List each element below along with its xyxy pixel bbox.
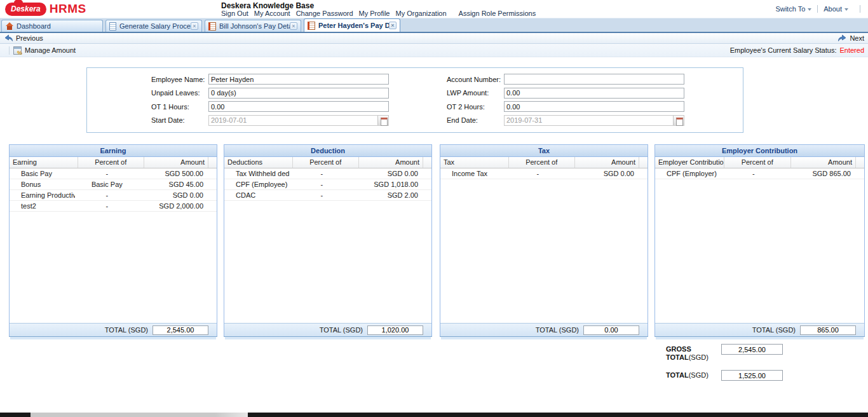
net-total-row: TOTAL(SGD) <box>666 370 806 381</box>
table-row[interactable]: CPF (Employee)-SGD 1,018.00 <box>224 179 431 190</box>
field-input-lwp-amount[interactable] <box>504 88 684 99</box>
field-label: LWP Amount: <box>447 89 504 97</box>
column-header-employer-contribution[interactable]: Employer Contribution <box>655 157 724 168</box>
menu-sign-out[interactable]: Sign Out <box>221 10 248 17</box>
home-icon <box>5 22 13 31</box>
field-label: End Date: <box>447 116 504 124</box>
column-header-amount[interactable]: Amount <box>359 157 423 168</box>
tab-generate-salary-process[interactable]: Generate Salary Process× <box>105 20 202 32</box>
about-dropdown[interactable]: About <box>817 5 854 13</box>
field-input-end-date[interactable] <box>504 115 684 126</box>
switch-to-dropdown[interactable]: Switch To <box>770 5 817 13</box>
grid-body: CPF (Employer)-SGD 865.00 <box>655 168 864 323</box>
close-icon[interactable]: × <box>389 22 397 29</box>
total-input[interactable] <box>153 325 208 335</box>
table-cell: SGD 2.00 <box>353 190 423 200</box>
table-row[interactable]: Basic Pay-SGD 500.00 <box>10 168 217 179</box>
tab-dashboard[interactable]: Dashboard <box>1 20 103 32</box>
table-row[interactable]: CPF (Employer)-SGD 865.00 <box>655 168 864 179</box>
total-input[interactable] <box>583 325 639 335</box>
menu-my-account[interactable]: My Account <box>254 10 290 17</box>
menu-assign-role-permissions[interactable]: Assign Role Permissions <box>459 10 536 17</box>
table-cell: CPF (Employer) <box>655 168 721 179</box>
table-cell: - <box>721 168 785 179</box>
grid-title: Employer Contribution <box>655 145 864 157</box>
app-header: Deskera HRMS Deskera Knowledge Base Sign… <box>0 0 868 18</box>
scrollbar-thumb[interactable] <box>31 413 248 417</box>
total-input[interactable] <box>367 325 423 335</box>
calendar-icon[interactable] <box>377 116 388 125</box>
scrollbar-gutter <box>639 157 648 168</box>
next-arrow-icon <box>837 34 847 42</box>
column-header-earning[interactable]: Earning <box>10 157 78 168</box>
field-input-employee-name[interactable] <box>208 74 389 85</box>
table-cell: SGD 2,000.00 <box>139 201 208 211</box>
column-header-amount[interactable]: Amount <box>791 157 856 168</box>
table-row[interactable]: CDAC-SGD 2.00 <box>224 190 431 201</box>
tab-label: Peter Hayden's Pay Details <box>318 22 389 29</box>
table-row[interactable]: test2-SGD 2,000.00 <box>10 201 217 212</box>
close-icon[interactable]: × <box>191 22 198 30</box>
field-input-start-date[interactable] <box>208 115 389 126</box>
horizontal-scrollbar[interactable] <box>0 413 868 417</box>
gross-total-input[interactable] <box>721 344 783 355</box>
field-input-unpaid-leaves[interactable] <box>208 88 389 99</box>
net-total-label: TOTAL(SGD) <box>666 370 721 381</box>
deskera-cloud-logo: Deskera <box>5 3 46 16</box>
next-button[interactable]: Next <box>837 34 864 42</box>
tab-label: Bill Johnson's Pay Details <box>219 22 290 30</box>
table-cell: Basic Pay <box>75 179 139 189</box>
column-header-percent-of[interactable]: Percent of <box>78 157 144 168</box>
column-header-percent-of[interactable]: Percent of <box>293 157 359 168</box>
grid-panel-deduction: DeductionDeductionsPercent ofAmountTax W… <box>224 144 432 337</box>
gross-label-line2-currency: (SGD) <box>689 353 709 361</box>
grid-title: Tax <box>440 145 648 157</box>
field-wrap <box>208 88 389 99</box>
table-row[interactable]: Earning Productivit...-SGD 0.00 <box>10 190 217 201</box>
close-icon[interactable]: × <box>290 22 297 30</box>
tab-bill-johnson-s-pay-details[interactable]: Bill Johnson's Pay Details× <box>205 20 301 32</box>
column-header-tax[interactable]: Tax <box>440 157 509 168</box>
form-row-unpaid-leaves: Unpaid Leaves: <box>151 88 389 99</box>
field-input-account-number[interactable] <box>504 74 684 85</box>
table-cell: Income Tax <box>440 168 506 179</box>
manage-amount-button[interactable]: Manage Amount <box>9 46 76 55</box>
net-total-input[interactable] <box>721 370 783 381</box>
field-label: OT 1 Hours: <box>151 103 208 111</box>
column-header-amount[interactable]: Amount <box>575 157 639 168</box>
menu-change-password[interactable]: Change Password <box>296 10 353 17</box>
field-input-ot-1-hours[interactable] <box>208 101 389 112</box>
field-label: Unpaid Leaves: <box>151 89 208 97</box>
table-cell: test2 <box>10 201 75 211</box>
column-header-amount[interactable]: Amount <box>144 157 208 168</box>
tab-bar: DashboardGenerate Salary Process×Bill Jo… <box>0 18 868 32</box>
column-header-deductions[interactable]: Deductions <box>224 157 293 168</box>
switch-to-label: Switch To <box>775 5 805 13</box>
field-wrap <box>208 101 389 112</box>
tab-peter-hayden-s-pay-details[interactable]: Peter Hayden's Pay Details× <box>304 18 400 32</box>
form-right-column: Account Number:LWP Amount:OT 2 Hours:End… <box>447 74 684 128</box>
total-input[interactable] <box>800 325 856 335</box>
column-header-percent-of[interactable]: Percent of <box>724 157 791 168</box>
table-cell: CDAC <box>224 190 290 200</box>
grid-total-bar: TOTAL (SGD) <box>224 323 431 336</box>
grid-total-bar: TOTAL (SGD) <box>440 323 648 336</box>
menu-my-profile[interactable]: My Profile <box>359 10 390 17</box>
table-cell: SGD 0.00 <box>353 168 423 179</box>
calendar-icon[interactable] <box>673 116 684 125</box>
field-label: Start Date: <box>151 116 208 124</box>
table-cell: SGD 500.00 <box>139 168 208 179</box>
field-input-ot-2-hours[interactable] <box>504 101 684 112</box>
field-wrap <box>208 74 389 85</box>
column-header-percent-of[interactable]: Percent of <box>509 157 575 168</box>
menu-my-organization[interactable]: My Organization <box>395 10 446 17</box>
grid-panel-tax: TaxTaxPercent ofAmountIncome Tax-SGD 0.0… <box>440 144 648 337</box>
salary-status-value: Entered <box>839 46 864 54</box>
record-nav-bar: Previous Next <box>0 33 868 44</box>
table-row[interactable]: Income Tax-SGD 0.00 <box>440 168 648 179</box>
table-row[interactable]: Tax Withheld deduc...-SGD 0.00 <box>224 168 431 179</box>
table-row[interactable]: BonusBasic PaySGD 45.00 <box>10 179 217 190</box>
total-label: TOTAL (SGD) <box>752 326 796 334</box>
table-cell: Bonus <box>10 179 75 189</box>
previous-button[interactable]: Previous <box>4 34 43 42</box>
